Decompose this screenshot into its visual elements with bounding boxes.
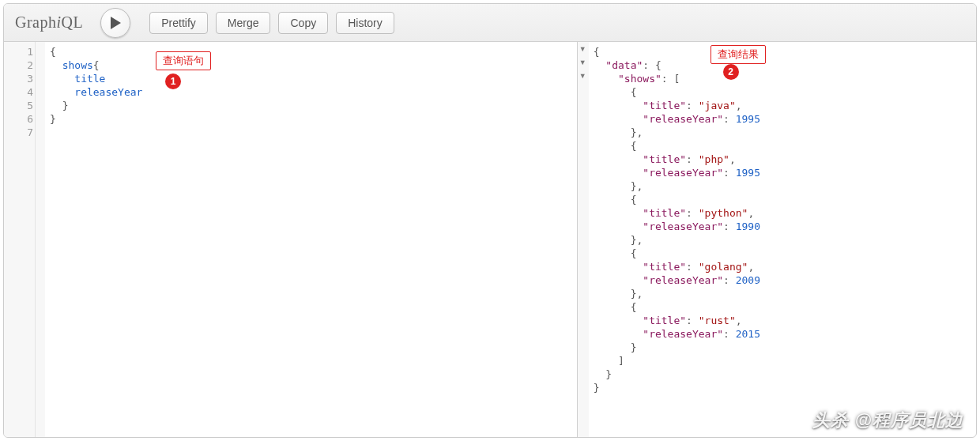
code-token: } [50, 113, 56, 125]
code-token: "shows" [618, 73, 662, 85]
annotation-query-label: 查询语句 [156, 51, 211, 70]
main-area: 1▼2▼34567 { shows{ title releaseYear }} … [4, 42, 976, 437]
code-token: 2009 [736, 274, 760, 286]
code-line: }, [594, 179, 971, 193]
code-line: "title": "python", [594, 206, 971, 220]
code-token [594, 220, 643, 232]
annotation-query-number: 1 [165, 74, 181, 89]
code-token: } [594, 368, 612, 380]
code-token: }, [594, 288, 643, 300]
query-editor[interactable]: { shows{ title releaseYear }} [45, 42, 577, 437]
code-token: { [93, 59, 100, 71]
code-token: : [723, 167, 736, 179]
code-line: "data": { [594, 58, 971, 72]
code-token [50, 73, 74, 85]
annotation-result-number: 2 [723, 64, 739, 80]
code-token [50, 86, 74, 98]
code-token: "golang" [699, 261, 748, 273]
code-token: ] [594, 355, 624, 367]
code-line: releaseYear [50, 85, 572, 99]
code-line: } [50, 99, 572, 112]
copy-button[interactable]: Copy [278, 12, 328, 34]
fold-arrow-icon[interactable]: ▼ [579, 45, 597, 53]
code-line: title [50, 72, 572, 85]
line-number: 6 [4, 112, 35, 126]
code-token: }, [594, 126, 643, 138]
fold-arrow-icon[interactable]: ▼ [579, 72, 597, 80]
code-token: : [ [662, 73, 680, 85]
execute-button[interactable] [100, 8, 130, 38]
code-token: "releaseYear" [643, 328, 723, 340]
app-logo: GraphiQL [15, 13, 83, 32]
result-pane: ▼ ▼ ▼ { "data": { "shows": [ { "title": … [578, 42, 976, 437]
code-line: "title": "rust", [594, 314, 971, 327]
code-token: : [686, 100, 699, 111]
code-token: } [62, 100, 69, 111]
code-token: : [686, 315, 699, 326]
code-line: "title": "java", [594, 99, 971, 112]
code-token [50, 100, 62, 111]
code-line: "releaseYear": 1995 [594, 166, 971, 179]
code-token [594, 73, 618, 85]
history-button[interactable]: History [336, 12, 394, 34]
code-line: "shows": [ [594, 72, 971, 85]
code-token: "title" [643, 100, 686, 111]
code-token: 1995 [736, 167, 760, 179]
code-token: : { [643, 59, 661, 71]
code-line: { [50, 45, 572, 58]
code-token: shows [62, 59, 93, 71]
code-line: { [594, 193, 971, 206]
logo-suffix: QL [62, 13, 84, 31]
code-token: } [594, 341, 637, 353]
code-line: { [594, 247, 971, 260]
code-token: "title" [643, 261, 686, 273]
code-line: { [594, 45, 971, 58]
code-token: releaseYear [74, 86, 142, 98]
query-gutter: 1▼2▼34567 [4, 42, 36, 437]
code-token: : [686, 207, 699, 219]
code-token [50, 59, 62, 71]
code-token: "releaseYear" [643, 274, 723, 286]
code-token: "title" [643, 207, 686, 219]
line-number: 1▼ [4, 45, 35, 58]
code-line: ] [594, 354, 971, 368]
code-token [594, 207, 643, 219]
code-line: { [594, 85, 971, 99]
code-token: { [594, 247, 637, 259]
code-token: : [723, 113, 736, 125]
code-token: : [686, 261, 699, 273]
merge-button[interactable]: Merge [216, 12, 271, 34]
code-line: } [594, 368, 971, 381]
code-line: }, [594, 126, 971, 139]
code-token: }, [594, 180, 643, 192]
code-line: }, [594, 233, 971, 247]
code-token: , [736, 100, 742, 111]
code-token [594, 261, 643, 273]
code-token: "php" [699, 153, 729, 165]
toolbar: GraphiQL Prettify Merge Copy History [4, 4, 976, 42]
code-token: { [50, 46, 56, 58]
code-line: { [594, 139, 971, 153]
code-line: } [50, 112, 572, 126]
code-token [594, 153, 643, 165]
code-token: "rust" [699, 315, 736, 326]
code-token: }, [594, 234, 643, 246]
code-line: "releaseYear": 1995 [594, 112, 971, 126]
line-number: 2▼ [4, 58, 35, 72]
prettify-button[interactable]: Prettify [149, 12, 208, 34]
svg-marker-0 [111, 17, 121, 29]
code-token: "title" [643, 315, 686, 326]
line-number: 5 [4, 99, 35, 112]
code-line: } [594, 341, 971, 354]
logo-prefix: Graph [15, 13, 56, 31]
annotation-result-label: 查询结果 [710, 45, 766, 64]
fold-arrow-icon[interactable]: ▼ [579, 58, 597, 66]
code-token [594, 100, 643, 111]
result-viewer[interactable]: { "data": { "shows": [ { "title": "java"… [589, 42, 976, 437]
code-token: "releaseYear" [643, 220, 723, 232]
code-token: : [723, 328, 736, 340]
code-token: "python" [699, 207, 748, 219]
code-line: "title": "php", [594, 153, 971, 166]
code-token [594, 274, 643, 286]
code-token [594, 315, 643, 326]
